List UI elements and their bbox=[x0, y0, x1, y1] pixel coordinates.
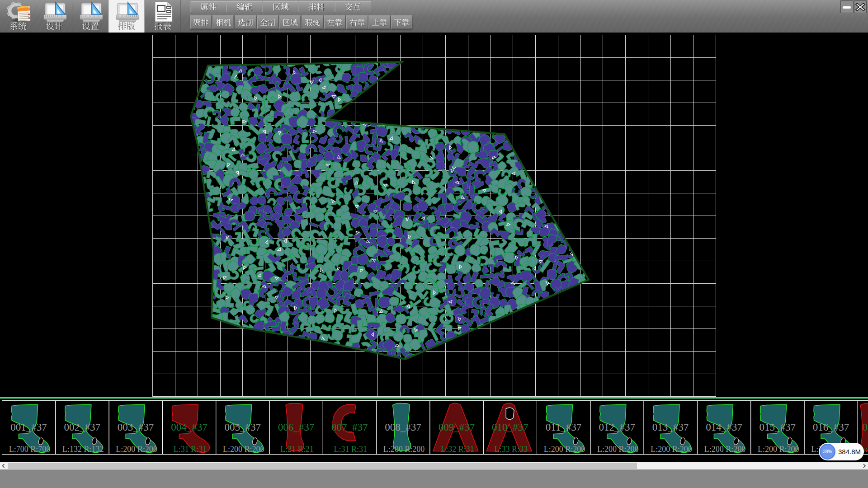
svg-text:L:31 R:31: L:31 R:31 bbox=[174, 445, 207, 454]
svg-text:004_#37: 004_#37 bbox=[171, 422, 208, 433]
svg-text:014_#37: 014_#37 bbox=[706, 422, 742, 433]
svg-text:015_#37: 015_#37 bbox=[759, 422, 796, 433]
svg-text:L:200 R:200: L:200 R:200 bbox=[383, 445, 425, 454]
svg-text:012_#37: 012_#37 bbox=[599, 422, 636, 433]
svg-text:L:132 R:132: L:132 R:132 bbox=[62, 445, 104, 454]
svg-text:003_#37: 003_#37 bbox=[118, 422, 154, 433]
svg-text:009_#37: 009_#37 bbox=[439, 422, 475, 433]
svg-text:016_#37: 016_#37 bbox=[813, 422, 849, 433]
svg-text:L:200 R:200: L:200 R:200 bbox=[704, 445, 746, 454]
svg-text:013_#37: 013_#37 bbox=[652, 422, 689, 433]
svg-text:L:33 R:33: L:33 R:33 bbox=[494, 445, 528, 454]
svg-text:007_#37: 007_#37 bbox=[331, 422, 368, 433]
svg-text:008_#37: 008_#37 bbox=[385, 422, 421, 433]
svg-text:0: 0 bbox=[863, 422, 868, 433]
svg-text:L:700 R:700: L:700 R:700 bbox=[9, 445, 51, 454]
svg-text:L:200 R:200: L:200 R:200 bbox=[544, 445, 585, 454]
svg-text:002_#37: 002_#37 bbox=[64, 422, 101, 433]
svg-text:011_#37: 011_#37 bbox=[546, 422, 582, 433]
svg-text:L:32 R:31: L:32 R:31 bbox=[441, 445, 474, 454]
svg-text:005_#37: 005_#37 bbox=[224, 422, 261, 433]
svg-text:006_#37: 006_#37 bbox=[278, 422, 315, 433]
svg-text:001_#37: 001_#37 bbox=[10, 422, 47, 433]
svg-text:L:200 R:200: L:200 R:200 bbox=[223, 445, 264, 454]
svg-text:L:200 R:200: L:200 R:200 bbox=[116, 445, 157, 454]
svg-text:L:200 R:200: L:200 R:200 bbox=[597, 445, 639, 454]
svg-text:L:31 R:31: L:31 R:31 bbox=[334, 445, 368, 454]
svg-text:010_#37: 010_#37 bbox=[492, 422, 528, 433]
svg-text:L:200 R:200: L:200 R:200 bbox=[651, 445, 692, 454]
svg-text:L:21 R:21: L:21 R:21 bbox=[280, 445, 314, 454]
svg-text:L:200 R:200: L:200 R:200 bbox=[758, 445, 799, 454]
